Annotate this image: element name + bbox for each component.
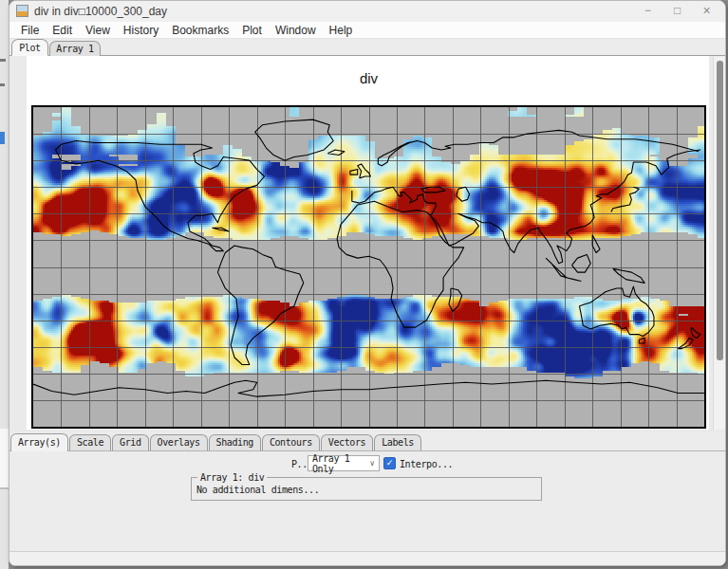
background-divider-fragment <box>0 487 9 489</box>
close-button[interactable]: × <box>692 1 721 22</box>
map-plot-canvas <box>33 107 704 427</box>
menu-item-plot[interactable]: Plot <box>235 24 269 37</box>
tab-overlays[interactable]: Overlays <box>150 434 208 450</box>
background-panel-fragment <box>0 429 9 487</box>
window-titlebar[interactable]: div in div□10000_300_day − □ × <box>9 1 725 22</box>
maximize-button[interactable]: □ <box>663 1 692 22</box>
tab-grid[interactable]: Grid <box>112 434 148 450</box>
background-selection-fragment <box>0 132 5 144</box>
menu-item-view[interactable]: View <box>79 24 117 37</box>
tab-scale[interactable]: Scale <box>69 434 111 450</box>
menu-item-help[interactable]: Help <box>323 24 360 37</box>
window-title: div in div□10000_300_day <box>34 1 167 22</box>
menu-item-window[interactable]: Window <box>269 24 323 37</box>
menu-item-edit[interactable]: Edit <box>46 24 79 37</box>
tab-labels[interactable]: Labels <box>374 434 421 450</box>
tab-contours[interactable]: Contours <box>262 434 320 450</box>
check-icon: ✓ <box>386 458 394 468</box>
background-window-strip <box>0 0 9 569</box>
plot-title: div <box>31 70 706 86</box>
array1-dimensions-text: No additional dimens... <box>196 485 319 495</box>
interpolate-label: Interpo... <box>400 459 453 469</box>
plot-scrollbar-track[interactable] <box>713 57 725 430</box>
background-text-fragment <box>0 59 6 62</box>
main-tab-bar: Plot Array 1 <box>9 40 725 56</box>
array1-groupbox-legend: Array 1: div <box>197 472 267 483</box>
array1-groupbox: Array 1: div No additional dimens... <box>191 477 542 501</box>
window-status-strip <box>9 551 725 566</box>
tab-plot[interactable]: Plot <box>11 39 48 56</box>
window-controls: − □ × <box>633 1 721 22</box>
plot-scrollbar-thumb[interactable] <box>717 61 723 360</box>
background-text-fragment <box>0 83 5 86</box>
menu-item-file[interactable]: File <box>14 24 46 37</box>
app-window: div in div□10000_300_day − □ × File Edit… <box>9 0 726 566</box>
plot-panel: div <box>9 56 725 432</box>
menu-item-history[interactable]: History <box>117 24 165 37</box>
chevron-down-icon: ∨ <box>369 459 375 468</box>
tab-array-1[interactable]: Array 1 <box>49 41 101 56</box>
combine-arrays-select[interactable]: Array 1 Only ∨ <box>308 455 380 471</box>
tab-vectors[interactable]: Vectors <box>321 434 373 450</box>
menu-item-bookmarks[interactable]: Bookmarks <box>165 24 235 37</box>
combine-arrays-value: Array 1 Only <box>312 453 369 474</box>
menu-bar: File Edit View History Bookmarks Plot Wi… <box>9 22 725 39</box>
interpolate-checkbox[interactable]: ✓ <box>383 457 396 469</box>
minimize-button[interactable]: − <box>633 1 663 22</box>
array-settings-panel: P... Array 1 Only ∨ ✓ Interpo... Array 1… <box>9 452 725 551</box>
tab-arrays[interactable]: Array(s) <box>10 433 68 451</box>
tab-shading[interactable]: Shading <box>209 434 261 450</box>
settings-tab-bar: Array(s) Scale Grid Overlays Shading Con… <box>9 432 725 451</box>
map-plot-frame <box>31 105 706 429</box>
window-icon <box>16 5 28 17</box>
